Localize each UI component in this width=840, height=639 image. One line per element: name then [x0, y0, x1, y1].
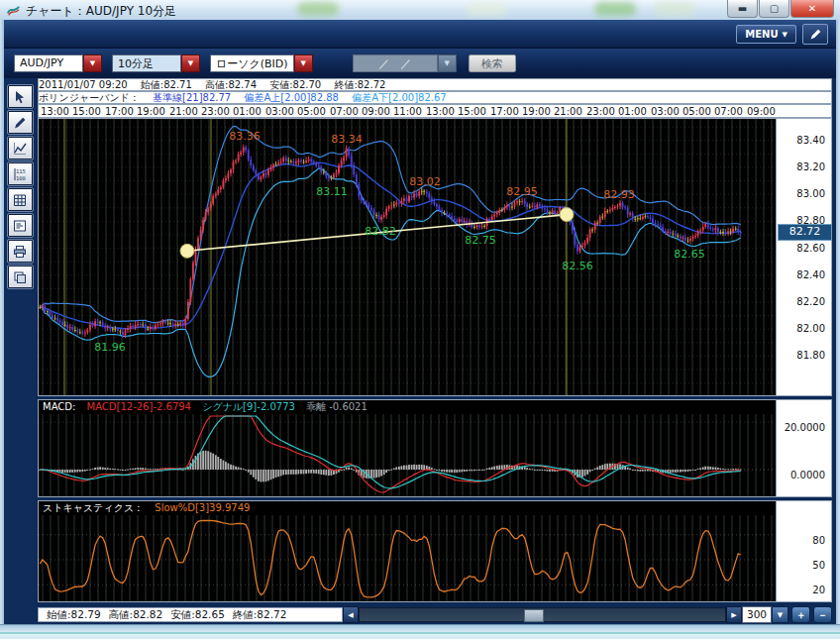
quote-close: 終値:82.72: [334, 79, 385, 90]
form-tool-button[interactable]: [8, 214, 33, 237]
macd-signal-value: シグナル[9]-2.0773: [202, 401, 295, 412]
menu-button-label: MENU: [745, 29, 778, 40]
time-tick-label: 19:00: [137, 106, 165, 118]
date-select: ／ ／ ▼: [353, 54, 457, 72]
window-frame-bottom: [0, 624, 840, 639]
price-tick-label: 83.00: [796, 188, 825, 199]
time-axis: 13:0015:0017:0019:0021:0023:0001:0003:00…: [38, 104, 832, 118]
quote-open: 始値:82.71: [141, 79, 192, 90]
background-artifact: [297, 2, 339, 16]
scroll-left-button[interactable]: ◀: [343, 606, 359, 623]
dropdown-arrow-icon: ▼: [438, 54, 457, 72]
svg-text:83.34: 83.34: [331, 133, 363, 146]
drawing-tool-column: 115100: [4, 78, 36, 624]
price-tick-label: 82.00: [796, 323, 825, 334]
maximize-button[interactable]: ▢: [759, 0, 789, 18]
svg-text:100: 100: [16, 174, 26, 180]
stochastics-axis: 805020: [776, 501, 831, 601]
svg-text:82.82: 82.82: [365, 225, 396, 238]
stochastics-panel: ストキャスティクス： Slow%D[3]39.9749 805020: [38, 500, 832, 602]
stochastics-value: Slow%D[3]39.9749: [155, 502, 250, 513]
main-chart-canvas[interactable]: 81.9683.3683.3483.1183.0282.9582.9382.82…: [39, 119, 778, 395]
svg-text:83.02: 83.02: [409, 175, 441, 188]
svg-text:82.75: 82.75: [465, 234, 496, 247]
quote-info-row: 2011/01/07 09:20 始値:82.71 高値:82.74 安値:82…: [38, 78, 832, 91]
background-artifact: [594, 2, 636, 16]
quote-datetime: 2011/01/07 09:20: [39, 79, 128, 90]
session-low: 安値:82.65: [170, 608, 225, 622]
pencil-tool-button[interactable]: [8, 111, 33, 134]
chart-type-value: ローソク(BID): [210, 54, 294, 72]
window-frame-right: [836, 20, 840, 624]
scrollbar-thumb[interactable]: [524, 609, 544, 622]
chevron-down-icon: ▼: [783, 31, 788, 39]
time-tick-label: 09:00: [362, 106, 390, 118]
macd-divergence-value: 乖離 -0.6021: [306, 401, 368, 412]
stochastics-chart-canvas[interactable]: [39, 515, 778, 601]
dropdown-arrow-icon[interactable]: ▼: [181, 54, 200, 72]
svg-text:82.95: 82.95: [506, 185, 538, 198]
timeframe-select[interactable]: 10分足 ▼: [112, 54, 200, 72]
svg-text:83.36: 83.36: [229, 130, 261, 143]
screenshot-root: チャート：AUD/JPY 10分足 ▬ ▢ ✕ MENU ▼ AUD/JPY: [0, 0, 840, 639]
copy-tool-button[interactable]: [8, 266, 33, 288]
search-button[interactable]: 検索: [469, 54, 516, 72]
bollinger-info-row: ボリンジャーバンド： 基準線[21]82.77 偏差A上[2.00]82.88 …: [38, 91, 832, 104]
zoom-in-button[interactable]: ＋: [791, 606, 810, 623]
line-chart-icon: [12, 141, 28, 157]
window-title: チャート：AUD/JPY 10分足: [26, 3, 176, 20]
zoom-out-button[interactable]: －: [813, 606, 832, 623]
bar-count-dropdown-button[interactable]: ▼: [772, 606, 788, 623]
time-tick-label: 01:00: [618, 106, 647, 118]
close-button[interactable]: ✕: [790, 0, 834, 18]
stochastics-label: ストキャスティクス：: [43, 502, 144, 513]
time-tick-label: 13:00: [41, 106, 69, 118]
time-tick-label: 19:00: [522, 106, 551, 118]
currency-pair-select[interactable]: AUD/JPY ▼: [14, 54, 102, 72]
time-tick-label: 05:00: [297, 106, 326, 118]
time-tick-label: 23:00: [586, 106, 615, 118]
session-open: 始値:82.79: [47, 608, 101, 622]
scroll-right-button[interactable]: ▶: [726, 606, 742, 623]
macd-value: MACD[12-26]-2.6794: [87, 401, 191, 412]
macd-panel: MACD: MACD[12-26]-2.6794 シグナル[9]-2.0773 …: [38, 399, 832, 497]
draw-mode-button[interactable]: [802, 24, 828, 45]
session-close: 終値:82.72: [233, 608, 287, 622]
printer-tool-button[interactable]: [8, 240, 33, 263]
line-chart-tool-button[interactable]: [8, 137, 33, 160]
dropdown-arrow-icon[interactable]: ▼: [294, 54, 313, 72]
svg-text:115: 115: [16, 168, 26, 174]
values-tool-button[interactable]: 115100: [8, 162, 33, 185]
time-tick-label: 09:00: [747, 106, 776, 118]
minimize-button[interactable]: ▬: [727, 0, 758, 18]
time-tick-label: 05:00: [682, 106, 711, 118]
time-tick-label: 17:00: [105, 106, 134, 118]
macd-label: MACD:: [43, 401, 75, 412]
main-chart-panel: 81.9683.3683.3483.1183.0282.9582.9382.82…: [38, 118, 832, 396]
chart-type-select[interactable]: ローソク(BID) ▼: [210, 54, 313, 72]
background-artifact: [654, 2, 695, 16]
menu-button[interactable]: MENU ▼: [736, 25, 796, 44]
axis-tick-label: 20: [812, 585, 825, 595]
grid-tool-button[interactable]: [8, 188, 33, 211]
bottom-status-bar: 始値:82.79 高値:82.82 安値:82.65 終値:82.72 ◀ ▶ …: [38, 606, 832, 623]
cursor-tool-button[interactable]: [8, 85, 33, 108]
price-axis: 83.4083.2083.0082.8082.6082.4082.2082.00…: [776, 119, 831, 395]
bar-count-value: 300: [742, 606, 772, 623]
price-tick-label: 81.80: [796, 350, 825, 361]
macd-axis: 20.00000.0000: [776, 400, 831, 496]
bollinger-lower: 偏差A下[2.00]82.67: [352, 92, 447, 103]
svg-text:81.96: 81.96: [94, 341, 126, 354]
background-artifact: [466, 2, 507, 16]
dropdown-arrow-icon[interactable]: ▼: [83, 54, 102, 72]
price-tick-label: 83.40: [796, 135, 825, 146]
time-tick-label: 07:00: [714, 106, 743, 118]
macd-chart-canvas[interactable]: [39, 414, 778, 496]
current-price-badge: 82.72: [778, 224, 832, 241]
svg-text:83.11: 83.11: [316, 185, 348, 198]
menu-strip: MENU ▼: [4, 20, 836, 49]
pencil-icon: [12, 115, 28, 131]
chart-scrollbar[interactable]: [359, 607, 726, 622]
quote-high: 高値:82.74: [205, 79, 257, 90]
bollinger-basis: 基準線[21]82.77: [153, 92, 231, 103]
